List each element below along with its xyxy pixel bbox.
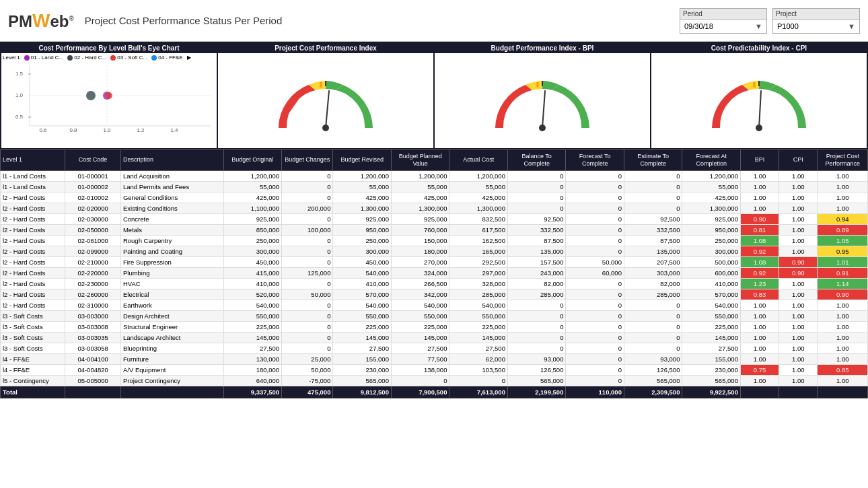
table-total-cell: 7,900,500	[391, 386, 449, 398]
table-cell: 600,000	[682, 267, 741, 278]
table-cell: 0	[507, 332, 566, 343]
table-cell: 145,000	[391, 332, 449, 343]
table-cell: 332,500	[507, 224, 566, 235]
col-estimate-complete: Estimate To Complete	[624, 150, 682, 171]
table-cell: 850,000	[223, 224, 282, 235]
svg-point-29	[756, 125, 762, 131]
legend-level: Level 1	[3, 55, 20, 61]
table-cell: 0	[566, 278, 624, 289]
table-cell: 01-000001	[65, 170, 121, 181]
table-cell: 1.00	[818, 332, 868, 343]
header: PMWeb® Project Cost Performance Status P…	[0, 0, 868, 42]
svg-point-19	[322, 125, 329, 131]
table-cell: 1.08	[740, 256, 779, 267]
table-cell: 0	[282, 256, 333, 267]
table-cell: 02-010002	[65, 192, 121, 203]
table-cell: 55,000	[391, 181, 449, 192]
table-cell: 565,000	[624, 375, 682, 386]
table-cell: l2 - Hard Costs	[1, 246, 65, 256]
table-cell: 550,000	[391, 310, 449, 321]
table-cell: 180,000	[391, 246, 449, 256]
table-cell: 925,000	[223, 213, 282, 224]
table-cell: 0.92	[740, 246, 779, 256]
table-cell: 1.00	[779, 181, 818, 192]
table-cell: 82,000	[507, 278, 566, 289]
table-cell: 230,000	[682, 364, 741, 375]
table-total-cell: 9,812,500	[333, 386, 392, 398]
col-cpi: CPI	[779, 150, 818, 171]
table-cell: l2 - Hard Costs	[1, 267, 65, 278]
table-cell: 0	[282, 246, 333, 256]
table-cell: 565,000	[333, 375, 392, 386]
bull-eye-legend: Level 1 01 - Land C... 02 - Hard C... 03…	[3, 55, 215, 61]
table-cell: 0	[566, 353, 624, 364]
table-cell: 135,000	[507, 246, 566, 256]
cpi-panel: Cost Predictability Index - CPI	[651, 43, 867, 148]
bull-eye-panel: Cost Performance By Level Bull's Eye Cha…	[1, 43, 217, 148]
table-cell: 1.00	[818, 321, 868, 332]
table-cell: 82,000	[624, 278, 682, 289]
table-cell: 02-310000	[65, 300, 121, 310]
table-cell: 300,000	[223, 246, 282, 256]
col-bpi: BPI	[740, 150, 779, 171]
table-cell: l2 - Hard Costs	[1, 224, 65, 235]
table-cell: 1,300,000	[449, 203, 508, 213]
table-cell: 27,500	[333, 343, 392, 353]
table-cell: 27,500	[449, 343, 508, 353]
table-cell: 225,000	[333, 321, 392, 332]
table-cell: 0	[282, 235, 333, 246]
table-cell: 925,000	[333, 213, 392, 224]
table-cell: Structural Engineer	[120, 321, 223, 332]
table-row: l2 - Hard Costs02-230000HVAC410,0000410,…	[1, 278, 868, 289]
table-cell: 1.00	[779, 203, 818, 213]
table-cell: l3 - Soft Costs	[1, 343, 65, 353]
table-cell: 135,000	[624, 246, 682, 256]
svg-text:1.5: 1.5	[15, 71, 24, 77]
table-cell: 410,000	[333, 278, 392, 289]
table-cell: 250,000	[682, 235, 741, 246]
table-cell: 0	[449, 375, 508, 386]
table-cell: 1.00	[818, 192, 868, 203]
table-cell: 292,500	[449, 256, 508, 267]
table-cell: 1.01	[818, 256, 868, 267]
table-cell: 02-020000	[65, 203, 121, 213]
table-cell: 87,500	[507, 235, 566, 246]
table-cell: l5 - Contingency	[1, 375, 65, 386]
table-cell: 410,000	[223, 278, 282, 289]
table-total-cell	[818, 386, 868, 398]
logo: PMWeb®	[8, 10, 74, 32]
table-cell: 27,500	[223, 343, 282, 353]
table-cell: 0.90	[779, 267, 818, 278]
table-cell: 225,000	[391, 321, 449, 332]
table-cell: 324,000	[391, 267, 449, 278]
table-cell: 0.91	[818, 267, 868, 278]
table-total-cell: 475,000	[282, 386, 333, 398]
table-cell: 0	[282, 332, 333, 343]
table-cell: 0	[282, 192, 333, 203]
table-cell: 62,000	[449, 353, 508, 364]
svg-point-24	[539, 125, 546, 131]
charts-area: Cost Performance By Level Bull's Eye Cha…	[0, 42, 868, 149]
bpi-chart	[435, 53, 650, 148]
bpi-title: Budget Performance Index - BPI	[435, 43, 650, 53]
table-cell: 266,500	[391, 278, 449, 289]
table-container: Level 1 Cost Code Description Budget Ori…	[0, 149, 868, 488]
period-select[interactable]: 09/30/18 ▼	[680, 19, 767, 34]
table-cell: 50,000	[282, 289, 333, 300]
table-cell: 520,000	[223, 289, 282, 300]
table-cell: 570,000	[682, 289, 741, 300]
legend-more-icon[interactable]: ▶	[187, 55, 191, 61]
table-cell: 0	[282, 343, 333, 353]
table-cell: l2 - Hard Costs	[1, 289, 65, 300]
table-cell: l1 - Land Costs	[1, 181, 65, 192]
table-cell: 145,000	[333, 332, 392, 343]
table-cell: 570,000	[333, 289, 392, 300]
table-cell: 02-260000	[65, 289, 121, 300]
table-cell: 93,000	[624, 353, 682, 364]
table-cell: 0	[282, 181, 333, 192]
table-cell: 1.00	[740, 332, 779, 343]
table-cell: 297,000	[449, 267, 508, 278]
project-select[interactable]: P1000 ▼	[772, 19, 860, 34]
table-row: l2 - Hard Costs02-099000Painting and Coa…	[1, 246, 868, 256]
table-cell: 03-003008	[65, 321, 121, 332]
